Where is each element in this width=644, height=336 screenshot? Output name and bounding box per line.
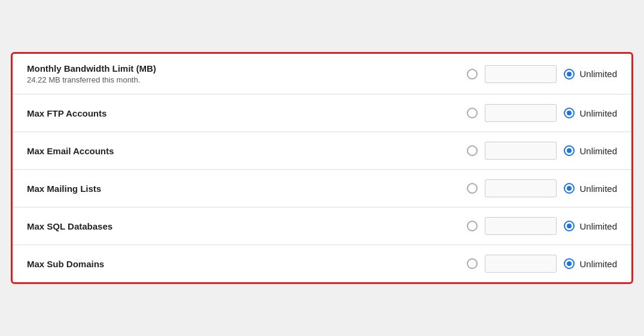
label-text-ftp: Max FTP Accounts — [27, 108, 107, 118]
radio-numeric-subdomains[interactable] — [467, 258, 478, 269]
radio-unlimited-email[interactable] — [564, 145, 575, 156]
label-email: Max Email Accounts — [27, 146, 467, 156]
unlimited-group-ftp: Unlimited — [564, 108, 617, 118]
row-sql: Max SQL DatabasesUnlimited — [13, 207, 631, 245]
radio-unlimited-ftp[interactable] — [564, 108, 575, 118]
label-text-subdomains: Max Sub Domains — [27, 259, 104, 269]
radio-numeric-sql[interactable] — [467, 221, 478, 231]
label-text-bandwidth: Monthly Bandwidth Limit (MB) — [27, 63, 156, 74]
sublabel-bandwidth: 24.22 MB transferred this month. — [27, 75, 467, 84]
unlimited-label-bandwidth: Unlimited — [579, 69, 617, 79]
unlimited-label-mailing: Unlimited — [579, 184, 617, 194]
radio-numeric-bandwidth[interactable] — [467, 69, 478, 80]
unlimited-label-subdomains: Unlimited — [579, 259, 617, 269]
controls-ftp: Unlimited — [467, 104, 617, 122]
settings-panel: Monthly Bandwidth Limit (MB)24.22 MB tra… — [11, 52, 633, 284]
label-ftp: Max FTP Accounts — [27, 108, 467, 118]
radio-unlimited-bandwidth[interactable] — [564, 69, 575, 80]
label-text-sql: Max SQL Databases — [27, 221, 113, 231]
controls-mailing: Unlimited — [467, 179, 617, 197]
unlimited-group-email: Unlimited — [564, 145, 617, 156]
row-bandwidth: Monthly Bandwidth Limit (MB)24.22 MB tra… — [13, 54, 631, 94]
input-subdomains[interactable] — [485, 255, 557, 273]
unlimited-group-sql: Unlimited — [564, 221, 617, 231]
label-bandwidth: Monthly Bandwidth Limit (MB)24.22 MB tra… — [27, 63, 467, 84]
unlimited-group-bandwidth: Unlimited — [564, 69, 617, 80]
row-subdomains: Max Sub DomainsUnlimited — [13, 245, 631, 282]
radio-unlimited-subdomains[interactable] — [564, 258, 575, 269]
input-sql[interactable] — [485, 217, 557, 235]
input-bandwidth[interactable] — [485, 65, 557, 83]
input-email[interactable] — [485, 142, 557, 160]
row-ftp: Max FTP AccountsUnlimited — [13, 94, 631, 132]
radio-numeric-ftp[interactable] — [467, 108, 478, 118]
unlimited-label-email: Unlimited — [579, 146, 617, 156]
unlimited-label-ftp: Unlimited — [579, 108, 617, 118]
row-mailing: Max Mailing ListsUnlimited — [13, 170, 631, 207]
radio-unlimited-mailing[interactable] — [564, 183, 575, 194]
input-mailing[interactable] — [485, 179, 557, 197]
label-text-mailing: Max Mailing Lists — [27, 184, 101, 194]
input-ftp[interactable] — [485, 104, 557, 122]
unlimited-group-subdomains: Unlimited — [564, 258, 617, 269]
controls-sql: Unlimited — [467, 217, 617, 235]
radio-numeric-mailing[interactable] — [467, 183, 478, 194]
label-sql: Max SQL Databases — [27, 221, 467, 231]
label-text-email: Max Email Accounts — [27, 146, 114, 156]
unlimited-group-mailing: Unlimited — [564, 183, 617, 194]
unlimited-label-sql: Unlimited — [579, 221, 617, 231]
controls-subdomains: Unlimited — [467, 255, 617, 273]
radio-unlimited-sql[interactable] — [564, 221, 575, 231]
label-subdomains: Max Sub Domains — [27, 259, 467, 269]
radio-numeric-email[interactable] — [467, 145, 478, 156]
controls-email: Unlimited — [467, 142, 617, 160]
row-email: Max Email AccountsUnlimited — [13, 132, 631, 170]
label-mailing: Max Mailing Lists — [27, 184, 467, 194]
controls-bandwidth: Unlimited — [467, 65, 617, 83]
